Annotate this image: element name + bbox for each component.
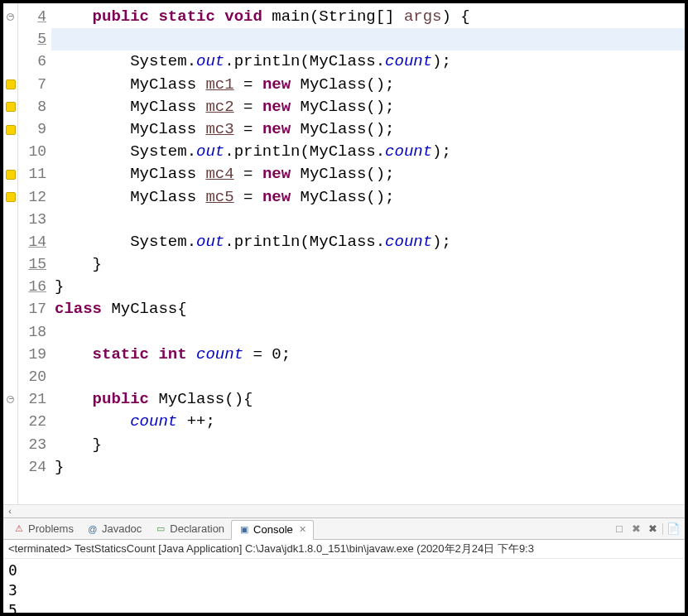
terminate-icon[interactable]: ✖ (646, 522, 659, 536)
line-number: 24 (18, 456, 51, 479)
line-number: 5 (18, 28, 51, 51)
marker-empty (3, 209, 17, 231)
marker-column (3, 3, 18, 504)
code-line[interactable]: count ++; (51, 411, 685, 433)
code-line[interactable]: MyClass mc1 = new MyClass(); (51, 74, 685, 96)
line-number-gutter: 456789101112131415161718192021222324 (18, 3, 51, 504)
code-line[interactable]: static int count = 0; (51, 344, 685, 366)
tab-declaration[interactable]: ▭ Declaration (148, 519, 231, 539)
line-number: 21 (18, 388, 51, 411)
marker-empty (3, 456, 17, 479)
code-line[interactable]: System.out.println(MyClass.count); (51, 231, 685, 253)
line-number: 19 (18, 344, 51, 366)
marker-empty (3, 321, 17, 344)
line-number: 18 (18, 321, 51, 344)
console-icon: ▣ (238, 524, 250, 536)
line-number: 14 (18, 231, 51, 253)
tab-problems[interactable]: ⚠ Problems (7, 519, 80, 539)
line-number: 17 (18, 298, 51, 320)
line-number: 20 (18, 366, 51, 388)
line-number: 15 (18, 253, 51, 276)
remove-launch-icon[interactable]: □ (613, 522, 626, 536)
line-number: 23 (18, 434, 51, 456)
code-line[interactable] (51, 321, 685, 344)
tab-javadoc[interactable]: @ Javadoc (80, 519, 148, 539)
code-editor[interactable]: 456789101112131415161718192021222324 pub… (3, 3, 685, 504)
code-line[interactable] (51, 209, 685, 231)
tab-label: Declaration (170, 522, 224, 535)
marker-empty (3, 141, 17, 163)
code-line[interactable] (51, 28, 685, 51)
code-line[interactable]: public MyClass(){ (51, 388, 685, 411)
warning-icon[interactable] (3, 186, 17, 209)
marker-empty (3, 366, 17, 388)
code-line[interactable]: MyClass mc3 = new MyClass(); (51, 118, 685, 141)
console-line: 3 (8, 580, 680, 600)
pin-console-icon[interactable]: 📄 (666, 522, 680, 536)
line-number: 6 (18, 51, 51, 73)
line-number: 4 (18, 6, 51, 28)
code-area[interactable]: public static void main(String[] args) {… (51, 3, 685, 504)
line-number: 13 (18, 209, 51, 231)
line-number: 16 (18, 276, 51, 298)
tab-label: Console (253, 523, 293, 536)
line-number: 9 (18, 118, 51, 141)
marker-empty (3, 298, 17, 320)
warning-icon[interactable] (3, 74, 17, 96)
line-number: 12 (18, 186, 51, 209)
code-line[interactable]: System.out.println(MyClass.count); (51, 141, 685, 163)
line-number: 11 (18, 163, 51, 185)
console-output[interactable]: 035 (3, 559, 685, 616)
javadoc-icon: @ (87, 523, 99, 535)
code-line[interactable]: MyClass mc5 = new MyClass(); (51, 186, 685, 209)
marker-empty (3, 434, 17, 456)
console-line: 0 (8, 561, 680, 580)
code-line[interactable]: class MyClass{ (51, 298, 685, 320)
marker-empty (3, 411, 17, 433)
code-line[interactable]: } (51, 456, 685, 479)
tab-label: Javadoc (102, 522, 142, 535)
bottom-panel: ⚠ Problems @ Javadoc ▭ Declaration ▣ Con… (3, 517, 685, 616)
code-line[interactable]: public static void main(String[] args) { (51, 6, 685, 28)
fold-icon[interactable] (3, 388, 17, 411)
console-line: 5 (8, 600, 680, 616)
code-line[interactable]: } (51, 434, 685, 456)
line-number: 22 (18, 411, 51, 433)
horizontal-scrollbar[interactable]: ‹ (3, 504, 685, 517)
warning-icon[interactable] (3, 163, 17, 185)
warning-icon[interactable] (3, 118, 17, 141)
console-status-line: <terminated> TestStaticsCount [Java Appl… (3, 540, 685, 559)
problems-icon: ⚠ (13, 523, 25, 535)
scroll-left-icon[interactable]: ‹ (3, 505, 17, 518)
marker-empty (3, 276, 17, 298)
remove-all-icon[interactable]: ✖ (629, 522, 642, 536)
marker-empty (3, 231, 17, 253)
marker-empty (3, 28, 17, 51)
declaration-icon: ▭ (155, 523, 166, 535)
marker-empty (3, 51, 17, 73)
code-line[interactable] (51, 366, 685, 388)
line-number: 10 (18, 141, 51, 163)
console-toolbar: □ ✖ ✖ 📄 (613, 522, 685, 536)
line-number: 8 (18, 96, 51, 118)
views-tab-bar: ⚠ Problems @ Javadoc ▭ Declaration ▣ Con… (3, 518, 685, 540)
fold-icon[interactable] (3, 6, 17, 28)
tab-console[interactable]: ▣ Console ✕ (231, 520, 314, 540)
warning-icon[interactable] (3, 96, 17, 118)
code-line[interactable]: MyClass mc4 = new MyClass(); (51, 163, 685, 185)
code-line[interactable]: } (51, 276, 685, 298)
line-number: 7 (18, 74, 51, 96)
code-line[interactable]: } (51, 253, 685, 276)
marker-empty (3, 344, 17, 366)
code-line[interactable]: MyClass mc2 = new MyClass(); (51, 96, 685, 118)
tab-label: Problems (28, 522, 74, 535)
code-line[interactable]: System.out.println(MyClass.count); (51, 51, 685, 73)
tab-close-icon[interactable]: ✕ (299, 524, 306, 535)
marker-empty (3, 253, 17, 276)
